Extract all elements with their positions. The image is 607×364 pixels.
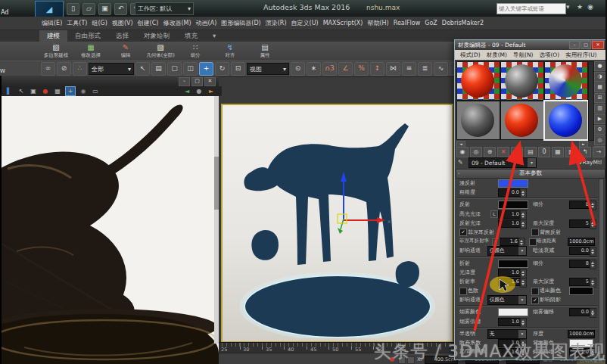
hilight-gloss-field[interactable]: 1.0 [498, 210, 521, 219]
menu-goz[interactable]: GoZ [422, 20, 440, 26]
menu-rendering[interactable]: 渲染(R) [263, 19, 289, 27]
refract-max-depth-field[interactable]: 5 [569, 278, 590, 286]
roughness-field[interactable]: 0.0 [498, 188, 521, 197]
ribbon-properties-button[interactable]: ▤ 属性 [248, 42, 282, 61]
rollout-scrollbar[interactable] [599, 179, 604, 355]
ribbon-tab-populate[interactable]: 填充 [177, 30, 205, 42]
exit-color-checkbox[interactable] [531, 288, 539, 295]
backside-refl-checkbox[interactable] [531, 229, 539, 236]
refract-subdivs-field[interactable]: 8 [569, 260, 590, 268]
ribbon-tab-selection[interactable]: 选择 [108, 30, 136, 42]
dim-falloff-field[interactable]: 0.0 [569, 247, 590, 255]
selection-filter-dropdown[interactable]: 全部 ▾ [89, 63, 134, 75]
viewer-edge-icon[interactable]: ▌ [5, 87, 14, 95]
menu-options[interactable]: 选项(O) [536, 51, 562, 59]
background-icon[interactable]: ▦ [594, 82, 605, 92]
menu-group[interactable]: 组(G) [89, 19, 109, 27]
refract-affect-channels-dropdown[interactable]: 仅颜色 ▾ [487, 295, 527, 305]
minimize-icon[interactable]: – [569, 41, 580, 49]
search-input[interactable] [496, 3, 566, 14]
active-viewport[interactable]: x [221, 104, 453, 343]
make-preview-icon[interactable]: ▶ [594, 114, 605, 124]
options-icon[interactable]: ⚙ [594, 125, 605, 135]
put-to-library-icon[interactable]: ▤ [525, 147, 537, 157]
dim-distance-checkbox[interactable] [529, 238, 537, 246]
menu-debrismaker[interactable]: DebrisMaker2 [440, 20, 486, 26]
workspace-dropdown[interactable]: 工作区: 默认 ▾ [135, 2, 194, 15]
close-icon[interactable]: ✕ [204, 77, 216, 86]
spinner-snap-icon[interactable]: ↕ [370, 62, 384, 76]
menu-realflow[interactable]: RealFlow [391, 20, 423, 26]
fog-multiplier-field[interactable]: 1.0 [498, 318, 521, 326]
layer-manager-icon[interactable]: ≣ [418, 62, 432, 76]
max-depth-field[interactable]: 5 [569, 219, 590, 228]
thickness-field[interactable]: 1000.0cm [568, 330, 595, 338]
glossiness-field[interactable]: 1.0 [498, 269, 521, 277]
favorites-star-icon[interactable]: ★ [577, 3, 583, 11]
make-material-copy-icon[interactable]: ◆ [511, 147, 523, 157]
sample-type-icon[interactable]: ● [594, 61, 605, 71]
material-id-channel-icon[interactable]: 0 [538, 147, 550, 157]
material-slot-1[interactable] [456, 61, 500, 101]
menu-create[interactable]: 创建(C) [135, 19, 161, 27]
affect-channels-dropdown[interactable]: 仅颜色 ▾ [487, 246, 527, 256]
previous-image-icon[interactable]: ◄ [182, 87, 191, 95]
rectangular-selection-region-icon[interactable]: ▢ [167, 62, 182, 76]
material-slot-3[interactable] [544, 61, 588, 101]
affect-shadows-checkbox[interactable]: ✓ [531, 297, 539, 304]
sample-uv-tiling-icon[interactable]: ⊞ [594, 93, 605, 103]
photo-viewer-titlebar[interactable]: – ▢ ✕ [2, 76, 219, 86]
monitor-icon[interactable]: ▭ [91, 87, 100, 95]
menu-customize[interactable]: 自定义(U) [289, 19, 321, 27]
percent-snap-icon[interactable]: % [354, 62, 369, 76]
new-scene-icon[interactable]: ▯ [67, 3, 79, 15]
gizmo-y-axis[interactable] [341, 219, 344, 229]
reference-coordinate-dropdown[interactable]: 视图 ▾ [247, 63, 289, 75]
ribbon-geometry-all-button[interactable]: ▨ 几何体(全部) [144, 42, 177, 61]
align-icon[interactable]: ≡ [402, 62, 416, 76]
fresnel-checkbox[interactable]: ✓ [459, 229, 467, 236]
gizmo-plane-handle[interactable] [338, 214, 347, 223]
menu-navigation[interactable]: 导航(N) [510, 51, 536, 59]
3ds-max-logo-icon[interactable]: ◢ [35, 1, 64, 17]
reset-map-icon[interactable]: ✕ [497, 147, 509, 157]
subdivs-field[interactable]: 8 [569, 201, 590, 209]
ribbon-subdivide-button[interactable]: ∷ 细分 [179, 42, 212, 61]
show-end-result-icon[interactable]: ▣ [565, 147, 577, 157]
put-material-to-scene-icon[interactable]: ◎ [470, 147, 482, 157]
go-forward-to-sibling-icon[interactable]: → [593, 147, 605, 157]
pick-material-eyedropper-icon[interactable]: ✎ [458, 159, 463, 166]
fresnel-ior-field[interactable]: 1.6 [500, 238, 519, 246]
bind-to-space-warp-icon[interactable]: ∴ [73, 62, 87, 76]
menu-modifiers[interactable]: 修改器(M) [160, 19, 193, 27]
close-icon[interactable]: ✕ [592, 41, 604, 49]
ribbon-tab-modeling[interactable]: 建模 [39, 30, 67, 42]
minimize-icon[interactable]: – [179, 77, 190, 86]
ribbon-polygon-modeling-button[interactable]: ▧ 多边形建模 [39, 42, 73, 61]
video-color-check-icon[interactable]: ▥ [594, 104, 605, 114]
menu-edit[interactable]: 编辑(E) [39, 19, 64, 27]
ribbon-tab-object-paint[interactable]: 对象绘制 [136, 30, 177, 42]
translucency-dropdown[interactable]: 无 ▾ [487, 329, 527, 339]
undo-icon[interactable]: ↶ [114, 3, 127, 15]
material-slot-6-selected[interactable] [543, 100, 589, 141]
fog-bias-field[interactable]: 0.0 [569, 308, 590, 316]
record-icon[interactable]: ● [41, 87, 50, 95]
menu-maxscript[interactable]: MAXScript(X) [321, 20, 366, 26]
mirror-icon[interactable]: ⋈ [386, 62, 400, 76]
ribbon-collapse-icon[interactable]: ▾ [205, 30, 223, 42]
photo-scrollbar[interactable] [214, 96, 219, 344]
pointer-tool-icon[interactable]: ↖ [17, 87, 26, 95]
assign-material-to-selection-icon[interactable]: ⊕ [484, 147, 496, 157]
pan-tool-icon[interactable]: + [65, 86, 76, 96]
next-image-icon[interactable]: ► [207, 87, 216, 95]
menu-utilities[interactable]: 实用程序(U) [562, 51, 599, 59]
snaps-toggle-icon[interactable]: ∩3 [322, 62, 337, 76]
ribbon-align-button[interactable]: ↯ 对齐 [213, 42, 247, 61]
use-pivot-point-icon[interactable]: ⊙ [291, 62, 305, 76]
diffuse-color-swatch[interactable] [498, 179, 528, 188]
material-slot-4[interactable] [456, 101, 500, 140]
select-object-icon[interactable]: ↖ [135, 62, 150, 76]
select-and-scale-icon[interactable]: ⊡ [231, 62, 245, 76]
material-slot-5[interactable] [500, 101, 544, 140]
